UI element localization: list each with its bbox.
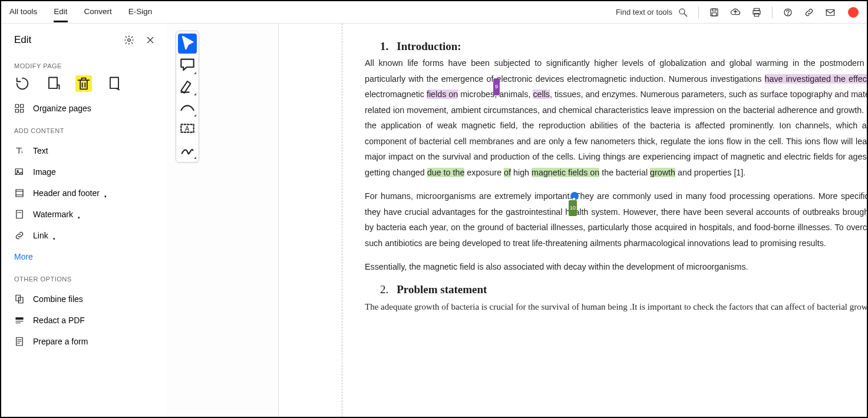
highlight: cells <box>533 89 550 99</box>
mail-icon[interactable] <box>824 6 836 18</box>
sidebar-title: Edit <box>14 34 31 46</box>
select-tool[interactable] <box>178 34 197 54</box>
chevron-down-icon: ▾ <box>78 215 80 220</box>
margin-left <box>342 24 342 417</box>
draw-tool[interactable] <box>178 97 197 117</box>
comment-tool[interactable] <box>178 55 197 75</box>
svg-text:A: A <box>185 125 190 132</box>
top-menu-right: Find text or tools <box>616 6 859 18</box>
label: Organize pages <box>33 104 91 113</box>
add-watermark[interactable]: Watermark ▾ <box>1 204 166 225</box>
redact-icon <box>14 315 25 326</box>
menu-esign[interactable]: E-Sign <box>128 2 153 22</box>
print-icon[interactable] <box>751 6 763 18</box>
svg-rect-18 <box>15 104 18 107</box>
link-icon[interactable] <box>803 6 815 18</box>
menu-edit[interactable]: Edit <box>54 2 67 22</box>
svg-rect-31 <box>19 297 24 303</box>
close-icon[interactable] <box>145 35 156 45</box>
label: Text <box>33 146 48 155</box>
comment-badge[interactable]: 10 <box>569 200 577 216</box>
svg-rect-10 <box>826 9 834 15</box>
top-menu-bar: All tools Edit Convert E-Sign Find text … <box>1 1 867 24</box>
label: Link <box>33 231 48 240</box>
paragraph-1: All known life forms have been subjected… <box>365 55 867 180</box>
highlight: magnetic fields on <box>532 168 599 177</box>
svg-text:+: + <box>21 150 23 154</box>
modify-page-row <box>1 75 166 98</box>
add-text[interactable]: + Text <box>1 140 166 161</box>
sidebar-header: Edit <box>1 34 166 54</box>
add-link[interactable]: Link ▾ <box>1 225 166 246</box>
redact-pdf[interactable]: Redact a PDF <box>1 310 166 331</box>
header-footer-icon <box>14 188 25 198</box>
label: Watermark <box>33 210 73 219</box>
rotate-icon[interactable] <box>14 75 31 92</box>
heading-1: 1.Introduction: <box>365 40 867 53</box>
svg-rect-20 <box>15 110 18 112</box>
comment-badge[interactable]: 9 <box>493 78 500 95</box>
organize-icon <box>14 103 25 114</box>
search-label[interactable]: Find text or tools <box>616 8 672 16</box>
combine-icon <box>14 294 25 304</box>
section-other-options: OTHER OPTIONS <box>1 267 166 288</box>
svg-rect-3 <box>712 9 716 11</box>
svg-rect-25 <box>16 190 23 197</box>
svg-line-1 <box>684 14 687 16</box>
form-icon <box>14 336 25 347</box>
svg-rect-28 <box>16 210 23 218</box>
label: Prepare a form <box>33 337 88 346</box>
svg-point-24 <box>17 170 18 171</box>
paragraph-4: The adequate growth of bacteria is cruci… <box>365 298 867 315</box>
insert-page-icon[interactable] <box>45 75 61 92</box>
sign-tool[interactable] <box>178 140 197 160</box>
svg-rect-30 <box>16 295 21 301</box>
section-add-content: ADD CONTENT <box>1 119 166 140</box>
gear-icon[interactable] <box>124 35 134 45</box>
cloud-upload-icon[interactable] <box>730 6 741 18</box>
top-menu-left: All tools Edit Convert E-Sign <box>9 2 152 22</box>
svg-rect-19 <box>21 104 24 107</box>
extract-page-icon[interactable] <box>106 75 123 92</box>
highlight: of <box>504 168 511 177</box>
svg-rect-32 <box>16 318 23 320</box>
add-image[interactable]: Image <box>1 161 166 183</box>
prepare-form[interactable]: Prepare a form <box>1 331 166 352</box>
label: Image <box>33 167 56 177</box>
menu-convert[interactable]: Convert <box>84 2 112 22</box>
document-page[interactable]: 1.Introduction: All known life forms hav… <box>308 24 867 417</box>
chevron-down-icon: ▾ <box>104 194 107 199</box>
organize-pages[interactable]: Organize pages <box>1 98 166 119</box>
add-header-footer[interactable]: Header and footer ▾ <box>1 183 166 204</box>
label: Header and footer <box>33 188 100 198</box>
menu-all-tools[interactable]: All tools <box>9 2 37 22</box>
user-avatar[interactable] <box>848 7 859 18</box>
label: Combine files <box>33 294 83 304</box>
svg-point-0 <box>679 9 685 14</box>
highlight: fields on <box>427 89 458 99</box>
highlight: growth <box>650 168 675 177</box>
save-icon[interactable] <box>708 6 720 18</box>
svg-point-9 <box>788 14 788 15</box>
heading-2: 2.Problem statement <box>365 283 867 296</box>
more-link[interactable]: More <box>1 246 166 267</box>
textbox-tool[interactable]: A <box>178 118 197 138</box>
edit-sidebar: Edit MODIFY PAGE Organize pages ADD CONT… <box>1 24 166 417</box>
divider <box>698 6 699 18</box>
divider <box>772 6 773 18</box>
document-canvas: A 1.Introduction: All known life forms h… <box>166 24 867 417</box>
svg-rect-17 <box>110 78 118 89</box>
watermark-icon <box>14 209 25 220</box>
search-icon[interactable] <box>677 6 689 18</box>
svg-rect-4 <box>712 12 717 15</box>
paragraph-3: Essentially, the magnetic field is also … <box>365 259 867 275</box>
combine-files[interactable]: Combine files <box>1 288 166 310</box>
star-marker[interactable] <box>570 192 579 200</box>
assist-icon[interactable] <box>782 6 794 18</box>
highlight: have investigated the effects of <box>765 74 867 84</box>
highlight-tool[interactable] <box>178 76 197 96</box>
paragraph-2: For humans, microorganisms are extremely… <box>365 188 867 251</box>
svg-rect-7 <box>754 13 759 16</box>
svg-rect-14 <box>49 78 57 89</box>
delete-page-icon[interactable] <box>75 75 92 92</box>
